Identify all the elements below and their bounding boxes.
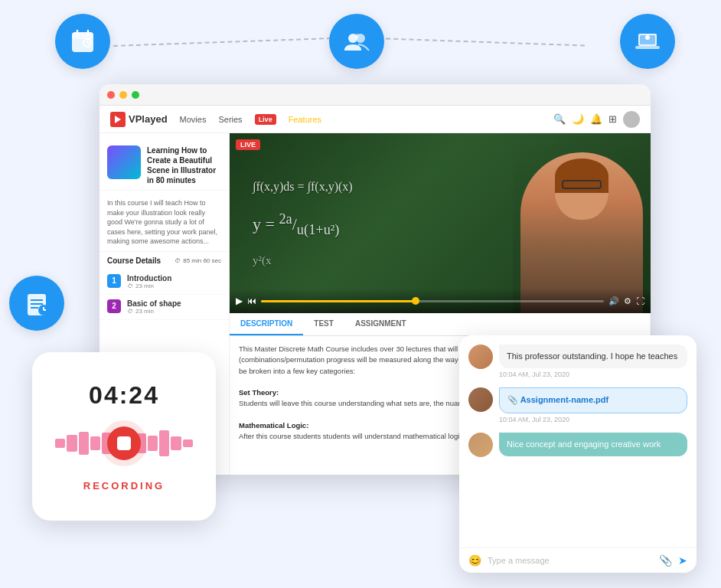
chat-message-1: This professor outstanding. I hope he te… <box>468 345 687 378</box>
timer-icon: ⏱ <box>127 283 133 289</box>
teacher-overlay <box>513 133 651 313</box>
wave-bar <box>55 439 65 448</box>
wave-bar <box>171 436 181 450</box>
chat-bubble-wrap-1: This professor outstanding. I hope he te… <box>499 345 687 378</box>
maximize-dot <box>132 91 139 99</box>
wave-bar <box>67 435 77 452</box>
recording-time: 04:24 <box>89 381 159 410</box>
chapter-2-info: Basic of shape ⏱ 23 min <box>127 299 181 315</box>
progress-fill <box>261 300 416 302</box>
play-button[interactable]: ▶ <box>236 296 243 306</box>
chat-message-2: 📎 Assignment-name.pdf 10:04 AM, Jul 23, … <box>468 387 687 423</box>
nav-features[interactable]: Features <box>289 115 321 124</box>
calendar-icon <box>55 14 110 69</box>
fullscreen-button[interactable]: ⛶ <box>636 296 644 305</box>
skip-back-button[interactable]: ⏮ <box>247 296 256 306</box>
tab-assignment[interactable]: ASSIGNMENT <box>344 313 417 335</box>
nav-icons: 🔍 🌙 🔔 ⊞ <box>553 111 640 128</box>
logo-icon <box>110 112 126 127</box>
thumb-image <box>107 145 141 179</box>
moon-icon[interactable]: 🌙 <box>572 113 584 125</box>
tabs-row: DESCRIPTION TEST ASSIGNMENT <box>230 313 650 336</box>
video-controls: ▶ ⏮ 🔊 ⚙ ⛶ <box>230 289 651 313</box>
teacher-head <box>555 158 608 220</box>
wave-bar <box>183 439 193 447</box>
record-button[interactable] <box>107 426 141 460</box>
laptop-icon <box>620 14 675 69</box>
wave-bar <box>159 430 169 456</box>
wave-bar <box>90 436 100 450</box>
chat-avatar-2 <box>468 387 493 412</box>
chapter-num-2: 2 <box>107 299 121 313</box>
chapter-1-duration: ⏱ 23 min <box>127 283 171 289</box>
wave-bar <box>79 432 89 455</box>
chat-avatar-3 <box>468 433 493 457</box>
recording-widget: 04:24 RECORDING <box>32 352 216 521</box>
chat-panel: This professor outstanding. I hope he te… <box>459 335 697 573</box>
svg-marker-21 <box>115 116 121 123</box>
chat-messages: This professor outstanding. I hope he te… <box>459 335 697 547</box>
record-dot <box>117 436 131 450</box>
bell-icon[interactable]: 🔔 <box>590 113 602 125</box>
progress-dot <box>412 297 419 305</box>
dashed-line-1 <box>113 38 331 47</box>
timer-icon-2: ⏱ <box>127 308 133 315</box>
user-avatar[interactable] <box>623 111 640 128</box>
chapter-1-info: Introduction ⏱ 23 min <box>127 274 171 289</box>
chapter-2[interactable]: 2 Basic of shape ⏱ 23 min <box>100 295 229 320</box>
dashed-line-2 <box>386 38 585 46</box>
grid-icon[interactable]: ⊞ <box>608 113 617 125</box>
settings-button[interactable]: ⚙ <box>624 296 631 306</box>
nav-movies[interactable]: Movies <box>180 115 207 124</box>
chapter-1[interactable]: 1 Introduction ⏱ 23 min <box>100 270 229 295</box>
course-title: Learning How to Create a Beautiful Scene… <box>147 145 221 185</box>
course-details-header: Course Details ⏱ 85 min 60 sec <box>100 252 229 270</box>
video-area: ∫f(x,y)ds = ∫f(x,y)(x) y = 2a/u(1+u²) y²… <box>230 133 651 313</box>
nav-bar: VPlayed Movies Series Live Features 🔍 🌙 … <box>100 106 651 133</box>
chat-bubble-2-file: 📎 Assignment-name.pdf <box>499 387 687 413</box>
emoji-icon[interactable]: 😊 <box>468 554 481 567</box>
clock-icon: ⏱ <box>175 257 181 264</box>
users-icon <box>329 14 384 69</box>
chat-bubble-3-teal: Nice concept and engaging creative work <box>499 433 687 456</box>
svg-rect-12 <box>635 46 660 49</box>
wave-bar <box>148 436 158 451</box>
course-thumbnail: Learning How to Create a Beautiful Scene… <box>100 141 229 191</box>
progress-bar[interactable] <box>261 300 604 302</box>
chat-bubble-1: This professor outstanding. I hope he te… <box>499 345 687 368</box>
chapter-2-duration: ⏱ 23 min <box>127 308 181 315</box>
waveform <box>55 420 193 466</box>
svg-point-13 <box>645 35 650 40</box>
nav-series[interactable]: Series <box>218 115 242 124</box>
teacher-glasses <box>562 180 602 189</box>
chapter-1-name: Introduction <box>127 274 171 283</box>
search-icon[interactable]: 🔍 <box>553 113 566 125</box>
chat-time-1: 10:04 AM, Jul 23, 2020 <box>499 371 687 378</box>
attachment-icon[interactable]: 📎 <box>659 554 672 567</box>
chat-bubble-wrap-3: Nice concept and engaging creative work <box>499 433 687 456</box>
chat-time-2: 10:04 AM, Jul 23, 2020 <box>499 416 687 423</box>
tab-test[interactable]: TEST <box>303 313 344 335</box>
logo: VPlayed <box>110 112 168 127</box>
svg-point-9 <box>354 34 359 38</box>
chapter-2-name: Basic of shape <box>127 299 181 308</box>
chat-input[interactable] <box>488 556 653 565</box>
volume-button[interactable]: 🔊 <box>608 296 619 306</box>
logo-text: VPlayed <box>129 113 168 125</box>
recording-label: RECORDING <box>83 480 165 492</box>
live-badge: LIVE <box>236 139 260 150</box>
nav-live[interactable]: Live <box>255 114 276 125</box>
course-time-value: 85 min 60 sec <box>183 257 221 264</box>
browser-bar <box>100 84 651 106</box>
course-icon <box>9 276 64 331</box>
svg-rect-1 <box>72 32 93 39</box>
tab-description[interactable]: DESCRIPTION <box>230 313 303 335</box>
close-dot <box>107 91 115 99</box>
send-icon[interactable]: ➤ <box>678 554 687 567</box>
minimize-dot <box>119 91 127 99</box>
chat-input-row: 😊 📎 ➤ <box>459 547 697 573</box>
course-time-badge: ⏱ 85 min 60 sec <box>175 257 221 264</box>
chat-avatar-1 <box>468 345 493 369</box>
course-details-label: Course Details <box>107 256 161 265</box>
chat-message-3: Nice concept and engaging creative work <box>468 433 687 457</box>
